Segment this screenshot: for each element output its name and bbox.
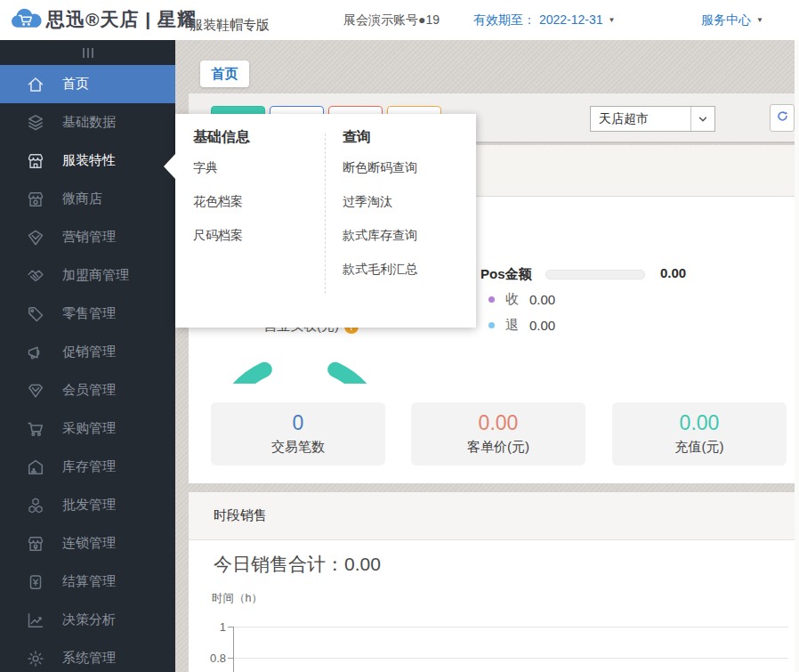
flyout-item-dictionary[interactable]: 字典 bbox=[193, 151, 318, 185]
layers-icon bbox=[26, 113, 45, 133]
grid-line bbox=[233, 658, 788, 659]
account-name: 展会演示账号●19 bbox=[343, 12, 440, 28]
sidebar-item-marketing[interactable]: 营销管理 bbox=[0, 218, 175, 256]
grid-line bbox=[233, 627, 788, 627]
flyout-item-label: 过季淘汰 bbox=[343, 194, 392, 210]
y-tick-label: 0.8 bbox=[203, 652, 226, 665]
sidebar-item-label: 决策分析 bbox=[62, 611, 116, 628]
sidebar-item-label: 加盟商管理 bbox=[62, 267, 129, 284]
sidebar-item-franchisee[interactable]: 加盟商管理 bbox=[0, 256, 175, 295]
cloud-cart-logo-icon bbox=[9, 6, 43, 33]
home-icon bbox=[26, 75, 45, 94]
flyout-item-label: 断色断码查询 bbox=[343, 160, 417, 176]
sidebar-item-label: 采购管理 bbox=[62, 420, 116, 437]
validity-text: 有效期至： 2022-12-31 bbox=[473, 12, 603, 27]
shop-icon bbox=[26, 190, 45, 209]
refunds-dot-icon bbox=[488, 322, 495, 328]
safe-icon bbox=[26, 572, 45, 592]
flyout-item-label: 款式毛利汇总 bbox=[343, 262, 417, 278]
transactions-label: 交易笔数 bbox=[271, 439, 325, 456]
hourly-sales-title: 时段销售 bbox=[214, 507, 267, 524]
sidebar-item-chain[interactable]: 连锁管理 bbox=[0, 524, 175, 563]
storefront-icon bbox=[26, 151, 45, 171]
flyout-item-label: 款式库存查询 bbox=[343, 228, 417, 244]
validity-dropdown[interactable]: 有效期至： 2022-12-31 bbox=[473, 12, 615, 28]
sidebar-item-label: 库存管理 bbox=[62, 458, 116, 475]
sidebar-item-label: 连锁管理 bbox=[62, 535, 116, 552]
transactions-value: 0 bbox=[293, 413, 304, 433]
flyout-item-style-stock-query[interactable]: 款式库存查询 bbox=[343, 219, 467, 253]
warehouse-icon bbox=[26, 457, 45, 477]
flyout-item-off-season-clearance[interactable]: 过季淘汰 bbox=[343, 185, 467, 219]
sidebar-item-inventory[interactable]: 库存管理 bbox=[0, 448, 175, 486]
sidebar-item-promotion[interactable]: 促销管理 bbox=[0, 333, 175, 371]
sidebar-collapse-icon[interactable] bbox=[0, 40, 175, 65]
sidebar-item-label: 会员管理 bbox=[62, 382, 116, 399]
refresh-icon bbox=[775, 109, 790, 127]
tab-home[interactable]: 首页 bbox=[200, 61, 249, 87]
flyout-item-label: 花色档案 bbox=[193, 194, 243, 210]
sidebar-item-label: 结算管理 bbox=[62, 573, 116, 590]
sidebar-item-label: 促销管理 bbox=[62, 344, 116, 360]
chart-icon bbox=[26, 611, 45, 630]
flyout-item-style-profit-summary[interactable]: 款式毛利汇总 bbox=[343, 253, 467, 287]
sidebar-item-retail[interactable]: 零售管理 bbox=[0, 295, 175, 333]
member-gem-icon bbox=[26, 381, 45, 401]
pos-amount-progress-bar bbox=[545, 270, 645, 279]
gear-icon bbox=[26, 649, 45, 668]
pos-amount-label: Pos金额 bbox=[480, 266, 532, 283]
service-center-dropdown[interactable]: 服务中心 bbox=[701, 12, 763, 28]
flyout-item-size-archive[interactable]: 尺码档案 bbox=[193, 219, 318, 253]
sidebar-item-analysis[interactable]: 决策分析 bbox=[0, 601, 175, 639]
flyout-section-query: 查询 断色断码查询 过季淘汰 款式库存查询 款式毛利汇总 bbox=[343, 128, 467, 287]
sidebar-item-label: 基础数据 bbox=[62, 114, 116, 131]
refunds-value: 0.00 bbox=[529, 318, 555, 333]
flyout-item-color-archive[interactable]: 花色档案 bbox=[193, 185, 318, 219]
sidebar-item-wholesale[interactable]: 批发管理 bbox=[0, 486, 175, 524]
sidebar-item-label: 批发管理 bbox=[62, 497, 116, 514]
app-window: 思迅®天店 | 星耀 服装鞋帽专版 展会演示账号●19 有效期至： 2022-1… bbox=[0, 0, 799, 672]
marketing-diamond-icon bbox=[26, 228, 45, 247]
chevron-down-icon bbox=[690, 107, 714, 131]
flyout-item-broken-color-size-query[interactable]: 断色断码查询 bbox=[343, 151, 467, 185]
cubes-icon bbox=[26, 496, 45, 515]
sidebar-item-member[interactable]: 会员管理 bbox=[0, 371, 175, 409]
sidebar-item-label: 微商店 bbox=[62, 190, 102, 207]
avg-ticket-label: 客单价(元) bbox=[467, 439, 529, 456]
store-select-value: 天店超市 bbox=[599, 111, 649, 127]
sidebar-item-basic-data[interactable]: 基础数据 bbox=[0, 103, 175, 142]
flyout-item-label: 字典 bbox=[193, 160, 218, 176]
receipts-dot-icon bbox=[488, 296, 495, 303]
legend-row-receipts: 收 0.00 bbox=[488, 291, 555, 308]
recharge-value: 0.00 bbox=[680, 413, 720, 433]
sidebar-item-system[interactable]: 系统管理 bbox=[0, 639, 175, 672]
stat-card-avg-ticket: 0.00 客单价(元) bbox=[411, 402, 585, 466]
flyout-section-title: 基础信息 bbox=[193, 128, 318, 151]
sidebar-item-label: 系统管理 bbox=[62, 650, 116, 667]
receipts-label: 收 bbox=[505, 291, 519, 308]
edition-subtitle: 服装鞋帽专版 bbox=[190, 17, 270, 34]
price-tag-icon bbox=[26, 304, 45, 324]
sidebar-item-label: 首页 bbox=[62, 76, 89, 93]
flyout-section-basic-info: 基础信息 字典 花色档案 尺码档案 bbox=[193, 128, 318, 253]
pos-amount-value: 0.00 bbox=[660, 265, 686, 280]
sidebar-item-settlement[interactable]: 结算管理 bbox=[0, 563, 175, 601]
sidebar-item-apparel-features[interactable]: 服装特性 bbox=[0, 142, 175, 180]
sidebar-item-home[interactable]: 首页 bbox=[0, 65, 175, 103]
sidebar-item-label: 营销管理 bbox=[62, 229, 116, 246]
recharge-label: 充值(元) bbox=[675, 439, 724, 456]
hourly-sales-panel-header: 时段销售 bbox=[189, 492, 795, 540]
scrollbar-track[interactable] bbox=[795, 40, 799, 672]
flyout-item-label: 尺码档案 bbox=[193, 228, 243, 244]
refresh-button[interactable] bbox=[770, 104, 795, 132]
store-select[interactable]: 天店超市 bbox=[590, 106, 715, 132]
tab-home-label: 首页 bbox=[212, 66, 238, 83]
megaphone-icon bbox=[26, 343, 45, 362]
flyout-section-title: 查询 bbox=[343, 128, 467, 151]
apparel-features-flyout-menu: 基础信息 字典 花色档案 尺码档案 查询 断色断码查询 过季淘汰 款式库存查询 … bbox=[175, 114, 476, 328]
y-tick-label: 1 bbox=[203, 620, 226, 634]
handshake-icon bbox=[26, 266, 45, 286]
sidebar-item-purchase[interactable]: 采购管理 bbox=[0, 409, 175, 448]
sidebar-item-micro-shop[interactable]: 微商店 bbox=[0, 180, 175, 218]
y-axis-line bbox=[233, 627, 234, 672]
